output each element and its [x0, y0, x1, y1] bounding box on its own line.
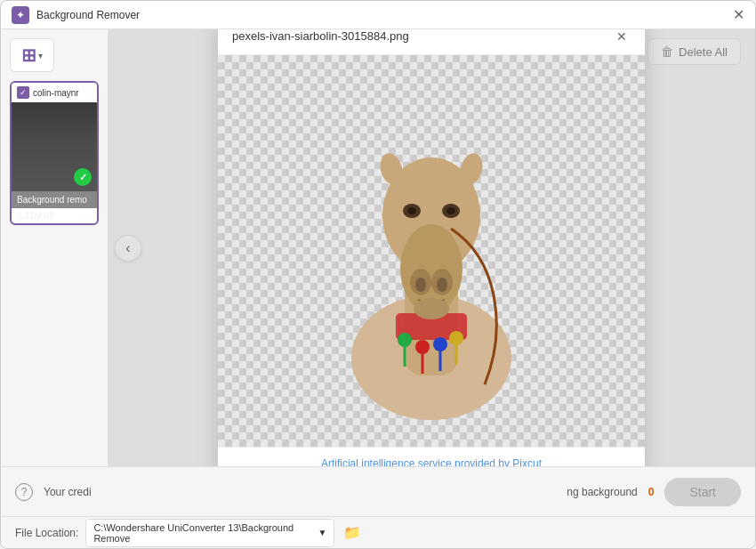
- title-bar-left: ✦ Background Remover: [12, 6, 140, 24]
- sidebar: ⊞ ▾ colin-maynr Background remo 1.31M: [1, 29, 108, 466]
- preview-title: pexels-ivan-siarbolin-3015884.png: [232, 29, 409, 43]
- checkbox-icon[interactable]: [17, 86, 29, 99]
- help-icon[interactable]: ?: [15, 483, 33, 501]
- file-location-input[interactable]: C:\Wondershare UniConverter 13\Backgroun…: [85, 519, 334, 547]
- dropdown-arrow-icon[interactable]: ▼: [318, 528, 326, 537]
- main-content: ⊞ ▾ colin-maynr Background remo 1.31M: [1, 29, 755, 466]
- content-area: 🗑 Delete All pexels-ivan-siarbolin-30158…: [108, 29, 755, 466]
- file-thumbnail: [12, 102, 97, 191]
- keep-bg-count: 0: [648, 486, 655, 498]
- file-card-status: Background remo: [17, 195, 92, 205]
- camel-preview-image: [298, 64, 565, 438]
- add-files-button[interactable]: ⊞ ▾: [10, 38, 54, 72]
- svg-point-23: [414, 298, 449, 319]
- file-size: 1.31M: [17, 211, 42, 221]
- preview-modal: pexels-ivan-siarbolin-3015884.png ✕: [108, 29, 755, 466]
- file-location-bar: File Location: C:\Wondershare UniConvert…: [1, 516, 755, 548]
- svg-point-6: [415, 278, 426, 292]
- add-icon: ⊞: [21, 44, 36, 66]
- file-name-label: colin-maynr: [33, 88, 79, 98]
- status-badge: [74, 168, 92, 186]
- file-location-path: C:\Wondershare UniConverter 13\Backgroun…: [93, 522, 312, 544]
- app-title: Background Remover: [36, 9, 140, 21]
- camel-svg: [307, 73, 556, 429]
- app-icon: ✦: [12, 6, 29, 24]
- svg-point-7: [437, 278, 447, 292]
- folder-icon[interactable]: 📁: [342, 522, 363, 544]
- credit-text: Your credi: [44, 486, 92, 498]
- preview-header: pexels-ivan-siarbolin-3015884.png ✕: [218, 29, 645, 55]
- file-location-label: File Location:: [15, 527, 78, 539]
- keep-bg-label: ng background: [567, 486, 637, 498]
- chevron-down-icon: ▾: [38, 51, 43, 61]
- preview-close-button[interactable]: ✕: [613, 29, 631, 45]
- start-button[interactable]: Start: [664, 478, 741, 506]
- title-bar: ✦ Background Remover ✕: [1, 1, 755, 29]
- preview-window: pexels-ivan-siarbolin-3015884.png ✕: [218, 29, 645, 466]
- close-button[interactable]: ✕: [732, 9, 744, 21]
- bottom-bar: ? Your credi ng background 0 Start: [1, 466, 755, 516]
- file-card-footer: Background remo: [12, 191, 97, 208]
- ai-credit-link[interactable]: Artificial intelligence service provided…: [321, 457, 542, 467]
- preview-image-area: [218, 55, 645, 447]
- file-card[interactable]: colin-maynr Background remo 1.31M 45: [10, 81, 99, 225]
- svg-point-10: [407, 207, 416, 214]
- svg-point-11: [446, 207, 455, 214]
- preview-footer: Artificial intelligence service provided…: [218, 447, 645, 467]
- file-card-info: 1.31M 45: [12, 208, 97, 223]
- app-window: ✦ Background Remover ✕ ⊞ ▾ colin-maynr: [0, 0, 756, 549]
- file-card-header: colin-maynr: [12, 83, 97, 102]
- file-dimensions: 45: [44, 211, 54, 221]
